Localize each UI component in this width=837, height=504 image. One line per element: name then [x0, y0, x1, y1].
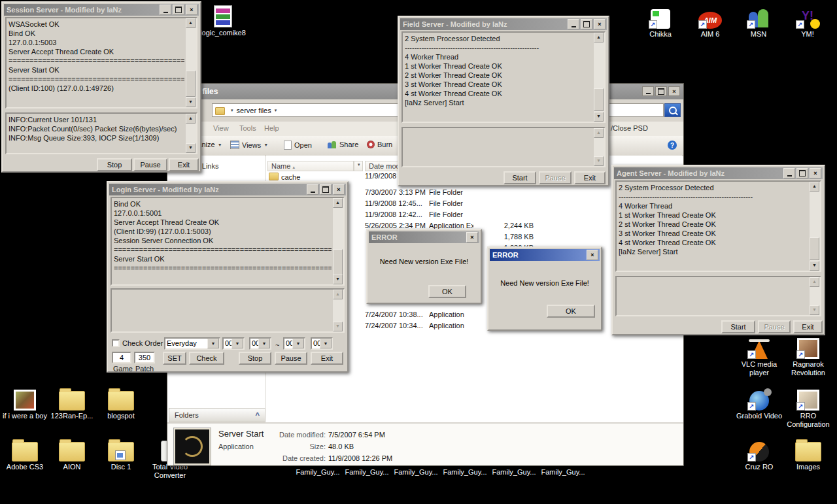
- error2-title-bar[interactable]: ERROR ×: [490, 249, 600, 261]
- desktop-icon-family-guy-6[interactable]: Family_Guy...: [538, 468, 588, 476]
- column-filter-dropdown[interactable]: ▾: [354, 161, 363, 171]
- scroll-up-icon[interactable]: ▲: [186, 18, 196, 28]
- scroll-up-icon[interactable]: ▲: [594, 33, 604, 42]
- scrollbar[interactable]: ▲ ▼: [333, 198, 343, 284]
- open-button[interactable]: Open: [284, 141, 312, 150]
- stop-button[interactable]: Stop: [239, 352, 271, 365]
- time-select-3[interactable]: 00▼: [283, 337, 305, 350]
- time-select-1[interactable]: 00▼: [222, 337, 245, 350]
- maximize-button[interactable]: [581, 19, 592, 29]
- maximize-button[interactable]: [655, 86, 667, 96]
- field-log-primary[interactable]: 2 System Processor Detected ------------…: [401, 31, 606, 123]
- burn-button[interactable]: Burn: [367, 141, 392, 148]
- session-log-secondary[interactable]: INFO:Current User 101/131 INFO:Packet Co…: [5, 112, 197, 154]
- close-button[interactable]: ×: [587, 250, 598, 260]
- desktop-icon-adobe-cs3[interactable]: Adobe CS3: [0, 438, 50, 471]
- desktop-icon-images[interactable]: Images: [783, 438, 833, 471]
- scroll-up-icon[interactable]: ▲: [810, 182, 819, 192]
- scroll-down-icon[interactable]: ▼: [594, 156, 604, 166]
- desktop-icon-aim6[interactable]: AIM AIM 6: [685, 5, 735, 39]
- maximize-button[interactable]: [320, 184, 332, 195]
- desktop-icon-logic-comike8[interactable]: logic_comike8: [198, 4, 248, 37]
- start-button[interactable]: Start: [721, 320, 755, 333]
- error1-title-bar[interactable]: ERROR ×: [369, 231, 479, 243]
- field-log-secondary[interactable]: ▲ ▼: [401, 127, 606, 167]
- close-button[interactable]: ×: [810, 168, 821, 178]
- login-log-secondary[interactable]: ▲ ▼: [111, 288, 345, 333]
- exit-button[interactable]: Exit: [793, 320, 823, 333]
- minimize-button[interactable]: [307, 184, 318, 195]
- close-button[interactable]: ×: [333, 184, 345, 195]
- agent-log-primary[interactable]: 2 System Processor Detected ------------…: [615, 180, 821, 272]
- scrollbar[interactable]: ▲ ▼: [186, 114, 196, 153]
- desktop-icon-family-guy-3[interactable]: Family_Guy...: [391, 468, 441, 476]
- agent-title-bar[interactable]: Agent Server - Modified by IaNz ×: [614, 167, 823, 179]
- session-log-primary[interactable]: WSASocket OK Bind OK 127.0.0.1:5003 Serv…: [5, 17, 197, 109]
- scroll-down-icon[interactable]: ▼: [186, 97, 196, 107]
- maximize-button[interactable]: [173, 5, 184, 15]
- close-button[interactable]: ×: [594, 19, 606, 29]
- desktop-icon-disc-1[interactable]: Disc 1: [96, 438, 146, 471]
- minimize-button[interactable]: [160, 5, 171, 15]
- schedule-day-select[interactable]: Everyday▼: [164, 337, 220, 350]
- views-button[interactable]: Views▼: [230, 141, 268, 149]
- login-title-bar[interactable]: Login Server - Modified by IaNz ×: [109, 184, 346, 195]
- share-button[interactable]: Share: [328, 141, 358, 148]
- close-button[interactable]: ×: [466, 232, 478, 243]
- desktop-icon-family-guy-1[interactable]: Family_Guy...: [293, 468, 343, 476]
- pause-button[interactable]: Pause: [539, 171, 572, 184]
- ok-button[interactable]: OK: [428, 285, 466, 298]
- pause-button[interactable]: Pause: [133, 158, 167, 171]
- pause-button[interactable]: Pause: [758, 320, 791, 333]
- scroll-down-icon[interactable]: ▼: [186, 143, 196, 153]
- scroll-down-icon[interactable]: ▼: [594, 112, 604, 122]
- desktop-icon-family-guy-4[interactable]: Family_Guy...: [440, 468, 490, 476]
- desktop-icon-ragnarok-revolution[interactable]: Ragnarok Revolution: [783, 335, 833, 377]
- minimize-button[interactable]: [783, 168, 795, 178]
- desktop-icon-graboid-video[interactable]: Graboid Video: [734, 387, 784, 420]
- desktop-icon-family-guy-5[interactable]: Family_Guy...: [489, 468, 539, 476]
- exit-button[interactable]: Exit: [311, 352, 343, 365]
- scrollbar[interactable]: ▲ ▼: [594, 128, 604, 166]
- desktop-icon-if-i-were-a-boy[interactable]: if i were a boy: [0, 387, 50, 420]
- set-button[interactable]: SET: [163, 352, 186, 365]
- time-select-2[interactable]: 00▼: [249, 337, 271, 350]
- menu-view[interactable]: View: [213, 124, 229, 132]
- scroll-down-icon[interactable]: ▼: [333, 275, 343, 284]
- check-order-checkbox[interactable]: [112, 339, 120, 347]
- scroll-up-icon[interactable]: ▲: [594, 128, 604, 138]
- minimize-button[interactable]: [568, 19, 579, 29]
- scroll-down-icon[interactable]: ▼: [333, 322, 343, 331]
- scroll-down-icon[interactable]: ▼: [810, 261, 819, 271]
- close-button[interactable]: ×: [668, 86, 680, 96]
- help-button[interactable]: ?: [668, 141, 677, 150]
- desktop-icon-vlc[interactable]: VLC media player: [734, 335, 784, 377]
- agent-log-secondary[interactable]: ▲ ▼: [615, 276, 821, 316]
- field-title-bar[interactable]: Field Server - Modified by IaNz ×: [400, 18, 607, 30]
- maximize-button[interactable]: [796, 168, 808, 178]
- session-title-bar[interactable]: Session Server - Modified by IaNz ×: [4, 4, 199, 16]
- desktop-icon-msn[interactable]: MSN: [734, 5, 783, 39]
- exit-button[interactable]: Exit: [574, 171, 606, 184]
- scrollbar[interactable]: ▲ ▼: [594, 33, 604, 122]
- menu-help[interactable]: Help: [264, 124, 279, 132]
- scrollbar[interactable]: ▲ ▼: [186, 18, 196, 107]
- scroll-down-icon[interactable]: ▼: [810, 305, 819, 315]
- scroll-up-icon[interactable]: ▲: [810, 277, 819, 287]
- desktop-icon-family-guy-2[interactable]: Family_Guy...: [342, 468, 392, 476]
- ok-button[interactable]: OK: [547, 305, 595, 318]
- column-header-name[interactable]: Name ▴: [267, 161, 354, 171]
- check-button[interactable]: Check: [189, 352, 224, 365]
- scrollbar[interactable]: ▲ ▼: [810, 182, 820, 271]
- login-log-primary[interactable]: Bind OK 127.0.0.1:5001 Server Accept Thr…: [111, 197, 345, 286]
- desktop-icon-cruz-ro[interactable]: Cruz RO: [734, 438, 784, 471]
- patch-version-field[interactable]: 350: [134, 352, 155, 363]
- minimize-button[interactable]: [642, 86, 654, 96]
- close-button[interactable]: ×: [186, 5, 197, 15]
- time-select-4[interactable]: 00▼: [311, 337, 333, 350]
- menu-close-psd[interactable]: /Close PSD: [611, 124, 648, 132]
- desktop-icon-ym[interactable]: Y! YM!: [783, 5, 832, 39]
- scroll-up-icon[interactable]: ▲: [333, 198, 343, 208]
- desktop-icon-rro-configuration[interactable]: RRO Configuration: [783, 387, 833, 429]
- start-button[interactable]: Start: [504, 171, 536, 184]
